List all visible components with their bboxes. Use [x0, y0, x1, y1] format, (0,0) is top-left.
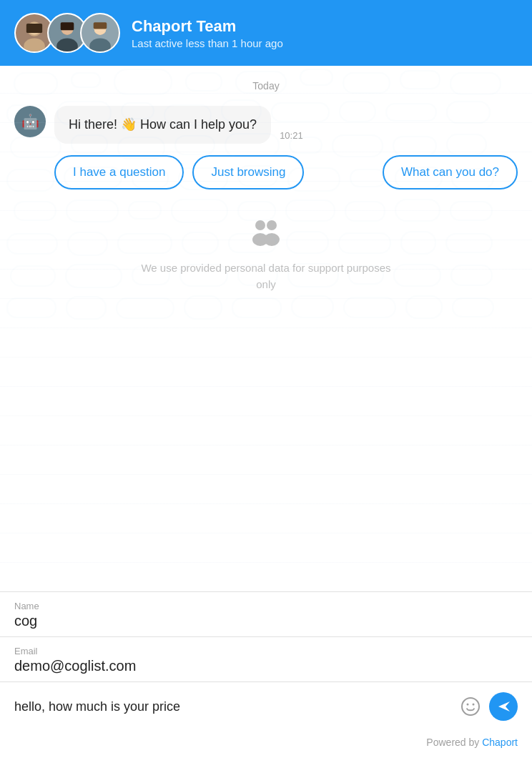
chat-header: Chaport Team Last active less than 1 hou… — [0, 0, 532, 66]
email-field[interactable]: Email demo@coglist.com — [0, 637, 532, 682]
svg-point-92 — [467, 704, 469, 706]
message-bubble: Hi there! 👋 How can I help you? — [54, 106, 271, 144]
svg-point-90 — [264, 233, 280, 246]
svg-point-91 — [462, 698, 479, 715]
bot-message-row: 🤖 Hi there! 👋 How can I help you? 10:21 — [14, 106, 518, 144]
quick-replies-container: I have a question Just browsing What can… — [54, 155, 518, 190]
avatar-3 — [80, 13, 120, 53]
header-title: Chaport Team — [132, 17, 283, 36]
header-subtitle: Last active less than 1 hour ago — [132, 37, 283, 49]
svg-rect-9 — [61, 22, 74, 30]
form-area: Name cog Email demo@coglist.com hello, h… — [0, 591, 532, 731]
email-value: demo@coglist.com — [14, 658, 518, 674]
svg-point-87 — [255, 220, 265, 230]
svg-rect-14 — [94, 22, 107, 29]
privacy-section: We use provided personal data for suppor… — [14, 204, 518, 314]
chat-area: Today 🤖 Hi there! 👋 How can I help you? … — [0, 66, 532, 591]
powered-by: Powered by Chaport — [0, 731, 532, 758]
header-info: Chaport Team Last active less than 1 hou… — [132, 17, 283, 49]
name-value: cog — [14, 613, 518, 629]
svg-rect-4 — [26, 24, 42, 33]
watermark — [0, 66, 532, 591]
message-input[interactable]: hello, how much is your price — [14, 699, 452, 714]
date-divider: Today — [14, 80, 518, 92]
svg-point-93 — [473, 704, 475, 706]
name-label: Name — [14, 601, 518, 611]
svg-rect-42 — [7, 169, 54, 191]
team-avatars — [14, 13, 120, 53]
quick-reply-browsing[interactable]: Just browsing — [192, 155, 304, 190]
bot-avatar: 🤖 — [14, 106, 46, 137]
emoji-button[interactable] — [460, 697, 481, 717]
message-input-area: hello, how much is your price — [0, 682, 532, 731]
send-icon — [497, 700, 511, 713]
message-time: 10:21 — [280, 130, 303, 141]
send-button[interactable] — [489, 692, 518, 721]
quick-reply-capabilities[interactable]: What can you do? — [383, 155, 518, 190]
email-label: Email — [14, 646, 518, 656]
privacy-text: We use provided personal data for suppor… — [130, 260, 402, 292]
bot-icon: 🤖 — [21, 113, 39, 130]
quick-reply-question[interactable]: I have a question — [54, 155, 184, 190]
name-field[interactable]: Name cog — [0, 592, 532, 637]
privacy-icon — [249, 218, 283, 253]
svg-point-89 — [267, 220, 277, 230]
powered-by-brand: Chaport — [482, 737, 518, 748]
powered-by-prefix: Powered by — [426, 737, 482, 748]
